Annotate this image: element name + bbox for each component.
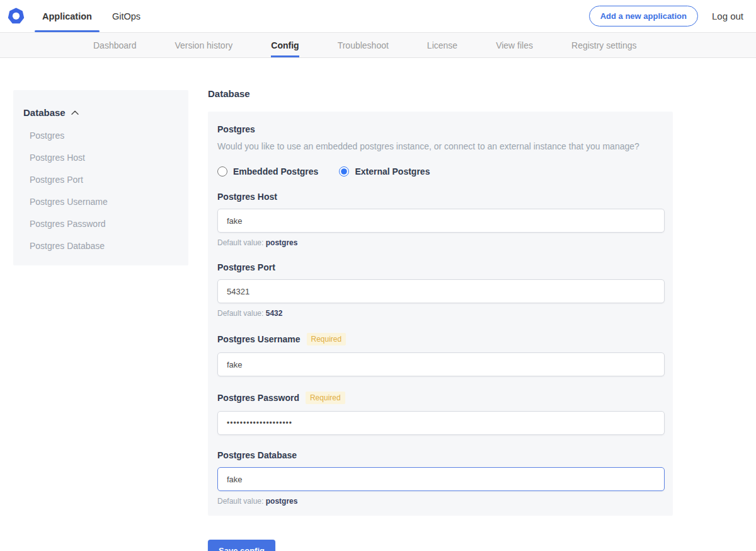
subnav-license[interactable]: License bbox=[427, 33, 457, 57]
default-label: Default value: bbox=[217, 238, 263, 247]
subnav-registry-settings[interactable]: Registry settings bbox=[571, 33, 636, 57]
postgres-host-default: Default value: postgres bbox=[217, 238, 665, 247]
default-value: 5432 bbox=[266, 309, 283, 318]
radio-external-postgres[interactable]: External Postgres bbox=[339, 166, 430, 177]
postgres-username-input[interactable] bbox=[217, 352, 665, 376]
postgres-database-input[interactable] bbox=[217, 467, 665, 491]
sidebar-item-postgres-port[interactable]: Postgres Port bbox=[30, 175, 178, 184]
radio-external-postgres-input[interactable] bbox=[339, 166, 349, 177]
field-postgres-password: Postgres Password Required bbox=[217, 392, 665, 435]
postgres-password-label: Postgres Password bbox=[217, 393, 299, 403]
sidebar-item-postgres-username[interactable]: Postgres Username bbox=[30, 197, 178, 206]
sidebar-item-postgres-database[interactable]: Postgres Database bbox=[30, 241, 178, 250]
postgres-username-label: Postgres Username bbox=[217, 334, 301, 344]
postgres-port-label: Postgres Port bbox=[217, 262, 275, 272]
default-label: Default value: bbox=[217, 497, 263, 506]
add-new-application-button[interactable]: Add a new application bbox=[589, 6, 698, 26]
required-badge: Required bbox=[307, 333, 346, 345]
sidebar-item-postgres-password[interactable]: Postgres Password bbox=[30, 219, 178, 228]
field-postgres-database: Postgres Database Default value: postgre… bbox=[217, 450, 665, 506]
field-postgres-username: Postgres Username Required bbox=[217, 333, 665, 376]
sidebar-item-postgres-host[interactable]: Postgres Host bbox=[30, 153, 178, 162]
group-help-text: Would you like to use an embedded postgr… bbox=[217, 141, 665, 152]
postgres-port-default: Default value: 5432 bbox=[217, 309, 665, 318]
app-logo-icon bbox=[8, 8, 25, 25]
radio-embedded-postgres-input[interactable] bbox=[217, 166, 227, 177]
postgres-mode-radio-group: Embedded Postgres External Postgres bbox=[217, 166, 665, 177]
sidebar-group-database[interactable]: Database bbox=[23, 107, 178, 118]
save-config-button[interactable]: Save config bbox=[208, 540, 275, 551]
subnav-config[interactable]: Config bbox=[271, 33, 299, 57]
postgres-database-label: Postgres Database bbox=[217, 450, 297, 460]
subnav-dashboard[interactable]: Dashboard bbox=[93, 33, 137, 57]
config-main: Database Postgres Would you like to use … bbox=[208, 88, 673, 551]
subnav-version-history[interactable]: Version history bbox=[175, 33, 233, 57]
radio-external-postgres-label: External Postgres bbox=[355, 166, 430, 177]
field-postgres-host: Postgres Host Default value: postgres bbox=[217, 192, 665, 247]
default-label: Default value: bbox=[217, 309, 263, 318]
sidebar-item-postgres[interactable]: Postgres bbox=[30, 131, 178, 140]
radio-embedded-postgres[interactable]: Embedded Postgres bbox=[217, 166, 318, 177]
sidebar-item-list: Postgres Postgres Host Postgres Port Pos… bbox=[23, 131, 178, 250]
postgres-host-label: Postgres Host bbox=[217, 192, 277, 202]
console-subnav: Dashboard Version history Config Trouble… bbox=[0, 32, 756, 58]
tab-application[interactable]: Application bbox=[35, 0, 100, 32]
topbar: Application GitOps Add a new application… bbox=[0, 0, 756, 32]
chevron-up-icon bbox=[71, 110, 79, 115]
page-title: Database bbox=[208, 88, 673, 100]
default-value: postgres bbox=[266, 238, 298, 247]
postgres-port-input[interactable] bbox=[217, 279, 665, 303]
default-value: postgres bbox=[266, 497, 298, 506]
topbar-actions: Add a new application Log out bbox=[589, 6, 756, 26]
postgres-password-input[interactable] bbox=[217, 411, 665, 435]
config-sidebar: Database Postgres Postgres Host Postgres… bbox=[13, 90, 188, 265]
logout-link[interactable]: Log out bbox=[712, 11, 743, 21]
radio-embedded-postgres-label: Embedded Postgres bbox=[233, 166, 318, 177]
tab-gitops[interactable]: GitOps bbox=[105, 0, 148, 32]
app-tabs: Application GitOps bbox=[35, 0, 153, 32]
sidebar-group-label: Database bbox=[23, 107, 66, 118]
subnav-troubleshoot[interactable]: Troubleshoot bbox=[338, 33, 389, 57]
database-config-panel: Postgres Would you like to use an embedd… bbox=[208, 112, 673, 516]
subnav-view-files[interactable]: View files bbox=[496, 33, 533, 57]
required-badge: Required bbox=[306, 392, 345, 404]
postgres-host-input[interactable] bbox=[217, 209, 665, 233]
postgres-database-default: Default value: postgres bbox=[217, 497, 665, 506]
field-postgres-port: Postgres Port Default value: 5432 bbox=[217, 262, 665, 318]
group-title-postgres: Postgres bbox=[217, 124, 665, 134]
